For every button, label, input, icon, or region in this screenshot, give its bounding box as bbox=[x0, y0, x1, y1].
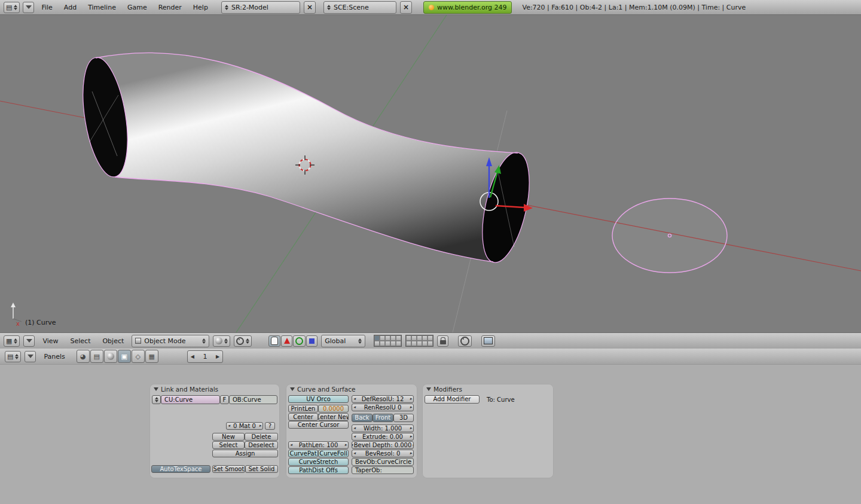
layer-18[interactable] bbox=[417, 341, 422, 346]
editing-context-button[interactable]: ▣ bbox=[118, 350, 131, 363]
num-right-icon[interactable]: ▸ bbox=[408, 426, 413, 430]
menu-help[interactable]: Help bbox=[189, 4, 212, 11]
orientation-selector[interactable]: Global bbox=[321, 335, 365, 347]
menu-file[interactable]: File bbox=[37, 4, 56, 11]
screen-selector[interactable]: SR:2-Model bbox=[221, 1, 300, 14]
script-context-button[interactable]: ▤ bbox=[90, 350, 103, 363]
new-material-button[interactable]: New bbox=[212, 433, 245, 441]
layer-10[interactable] bbox=[428, 335, 433, 341]
width-field[interactable]: ◂ Width: 1.000 ▸ bbox=[352, 424, 414, 432]
blender-version-button[interactable]: www.blender.org 249 bbox=[423, 1, 512, 14]
layer-3[interactable] bbox=[385, 335, 390, 341]
header-collapse-button[interactable] bbox=[25, 351, 36, 362]
num-left-icon[interactable]: ◂ bbox=[352, 426, 357, 430]
layer-13[interactable] bbox=[385, 341, 390, 346]
layer-17[interactable] bbox=[411, 341, 417, 346]
layer-16[interactable] bbox=[406, 341, 411, 346]
center-cursor-button[interactable]: Center Cursor bbox=[288, 421, 349, 429]
header-collapse-button[interactable] bbox=[23, 335, 35, 347]
render-preview-button[interactable] bbox=[481, 335, 495, 347]
deselect-button[interactable]: Deselect bbox=[245, 441, 278, 449]
scale-manipulator-button[interactable] bbox=[306, 335, 317, 347]
num-left-icon[interactable]: ◂ bbox=[352, 435, 357, 439]
back-toggle[interactable]: Back bbox=[352, 414, 373, 422]
menu-object[interactable]: Object bbox=[98, 337, 128, 345]
center-button[interactable]: Center bbox=[288, 413, 318, 421]
material-index-stepper[interactable]: ◂ 0 Mat 0 ▸ bbox=[226, 422, 263, 430]
layer-4[interactable] bbox=[390, 335, 396, 341]
curvepath-toggle[interactable]: CurvePat bbox=[288, 450, 318, 457]
menu-game[interactable]: Game bbox=[123, 4, 151, 11]
num-right-icon[interactable]: ▸ bbox=[343, 443, 348, 447]
frame-prev-icon[interactable]: ◀ bbox=[188, 354, 197, 359]
renresolu-field[interactable]: ◂ RenResolU 0 ▸ bbox=[352, 404, 414, 411]
num-right-icon[interactable]: ▸ bbox=[408, 405, 413, 410]
draw-type-button[interactable] bbox=[213, 335, 230, 347]
window-type-button[interactable]: ▤ bbox=[5, 351, 21, 362]
bevresol-field[interactable]: ◂ BevResol: 0 ▸ bbox=[352, 450, 414, 457]
layer-15[interactable] bbox=[396, 341, 401, 346]
taperob-field[interactable]: TaperOb: bbox=[352, 466, 414, 474]
num-left-icon[interactable]: ◂ bbox=[227, 424, 231, 428]
layer-6[interactable] bbox=[406, 335, 411, 341]
set-solid-button[interactable]: Set Solid bbox=[245, 465, 278, 473]
autotexspace-toggle[interactable]: AutoTexSpace bbox=[151, 465, 210, 473]
window-type-button[interactable]: ▤ bbox=[4, 2, 20, 13]
bevel-depth-field[interactable]: ◂ Bevel Depth: 0.000 ▸ bbox=[352, 441, 414, 449]
layer-7[interactable] bbox=[411, 335, 417, 341]
material-help-button[interactable]: ? bbox=[265, 422, 275, 430]
num-right-icon[interactable]: ▸ bbox=[408, 451, 413, 456]
printlen-toggle[interactable]: PrintLen bbox=[288, 405, 318, 413]
snap-button[interactable] bbox=[458, 335, 472, 347]
layer-1[interactable] bbox=[374, 335, 380, 341]
menu-render[interactable]: Render bbox=[154, 4, 186, 11]
curve-datablock-field[interactable]: CU:Curve bbox=[161, 395, 220, 404]
window-type-button[interactable]: ▦ bbox=[4, 335, 20, 347]
viewport-canvas[interactable]: x bbox=[0, 15, 861, 332]
layer-buttons-group-2[interactable] bbox=[405, 335, 433, 347]
extrude-field[interactable]: ◂ Extrude: 0.00 ▸ bbox=[352, 433, 414, 441]
object-name-field[interactable]: OB:Curve bbox=[229, 395, 277, 404]
fake-user-button[interactable]: F bbox=[220, 395, 229, 404]
delete-material-button[interactable]: Delete bbox=[245, 433, 278, 441]
num-right-icon[interactable]: ▸ bbox=[408, 397, 413, 401]
3d-toggle[interactable]: 3D bbox=[393, 414, 414, 422]
pathlen-field[interactable]: ◂ PathLen: 100 ▸ bbox=[288, 441, 349, 449]
layer-12[interactable] bbox=[380, 341, 385, 346]
layer-11[interactable] bbox=[374, 341, 380, 346]
layer-9[interactable] bbox=[422, 335, 428, 341]
layer-8[interactable] bbox=[417, 335, 422, 341]
logic-context-button[interactable]: ◕ bbox=[77, 350, 90, 363]
num-left-icon[interactable]: ◂ bbox=[289, 443, 294, 447]
layer-buttons-group-1[interactable] bbox=[374, 335, 402, 347]
curvestretch-toggle[interactable]: CurveStretch bbox=[288, 458, 349, 466]
3d-viewport[interactable]: x (1) Curve bbox=[0, 15, 861, 332]
frame-number-stepper[interactable]: ◀ 1 ▶ bbox=[187, 350, 223, 363]
menu-timeline[interactable]: Timeline bbox=[84, 4, 120, 11]
browse-curve-datablock-button[interactable] bbox=[152, 395, 161, 404]
panels-menu[interactable]: Panels bbox=[39, 353, 69, 361]
pivot-selector-button[interactable] bbox=[234, 335, 252, 347]
menu-select[interactable]: Select bbox=[66, 337, 95, 345]
panel-collapse-icon[interactable] bbox=[426, 387, 431, 391]
screen-delete-button[interactable]: × bbox=[304, 1, 316, 14]
add-modifier-button[interactable]: Add Modifier bbox=[425, 395, 480, 404]
panel-collapse-icon[interactable] bbox=[290, 387, 295, 391]
select-button[interactable]: Select bbox=[212, 441, 245, 449]
header-collapse-button[interactable] bbox=[23, 2, 34, 13]
num-right-icon[interactable]: ▸ bbox=[411, 443, 414, 447]
num-left-icon[interactable]: ◂ bbox=[352, 405, 357, 410]
menu-add[interactable]: Add bbox=[60, 4, 81, 11]
shading-context-button[interactable] bbox=[104, 350, 117, 363]
layer-2[interactable] bbox=[380, 335, 385, 341]
layer-20[interactable] bbox=[428, 341, 433, 346]
pathdist-offs-toggle[interactable]: PathDist Offs bbox=[288, 466, 349, 474]
front-toggle[interactable]: Front bbox=[373, 414, 393, 422]
num-left-icon[interactable]: ◂ bbox=[352, 451, 357, 456]
bevob-field[interactable]: BevOb:CurveCircle bbox=[352, 458, 414, 466]
uv-orco-toggle[interactable]: UV Orco bbox=[288, 395, 349, 403]
scene-delete-button[interactable]: × bbox=[400, 1, 412, 14]
frame-next-icon[interactable]: ▶ bbox=[213, 354, 222, 359]
layer-19[interactable] bbox=[422, 341, 428, 346]
set-smooth-button[interactable]: Set Smoot bbox=[212, 465, 245, 473]
